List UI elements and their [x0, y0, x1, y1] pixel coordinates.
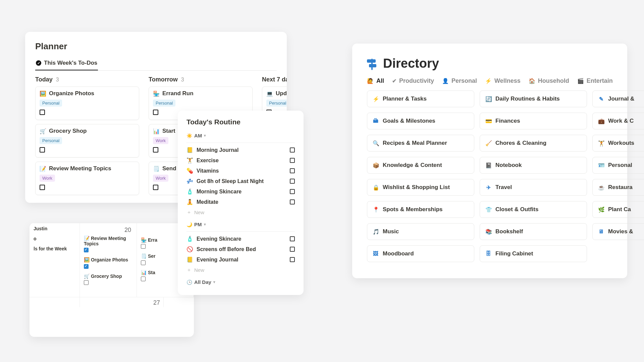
routine-group-pm[interactable]: 🌙 PM ▾: [186, 220, 295, 229]
directory-item[interactable]: ✈Travel: [480, 179, 587, 196]
sun-icon: ☀️: [186, 133, 192, 138]
task-checkbox[interactable]: [40, 185, 45, 190]
directory-item-icon: 🌿: [598, 206, 604, 213]
directory-item-icon: 🔍: [373, 140, 379, 146]
tab-icon: 👤: [442, 78, 449, 84]
directory-tab[interactable]: 🎬Entertainment: [577, 77, 612, 84]
task-checkbox[interactable]: [153, 147, 158, 153]
routine-checkbox[interactable]: [290, 147, 295, 153]
directory-item[interactable]: 📦Knowledge & Content: [367, 157, 474, 174]
routine-checkbox[interactable]: [290, 236, 295, 241]
event-checkbox[interactable]: [84, 248, 89, 252]
routine-emoji-icon: 💊: [186, 168, 193, 174]
routine-checkbox[interactable]: [290, 158, 295, 163]
tab-icon: 🎬: [577, 78, 584, 84]
routine-item[interactable]: 🧘Meditate: [186, 197, 295, 207]
task-checkbox[interactable]: [153, 185, 158, 190]
routine-item[interactable]: 📒Evening Journal: [186, 254, 295, 265]
event-checkbox[interactable]: [141, 260, 146, 265]
directory-tab[interactable]: 👤Personal: [442, 77, 477, 84]
calendar-event[interactable]: ls for the Week: [32, 245, 77, 253]
directory-tab[interactable]: ⚡Wellness: [485, 77, 521, 84]
new-item-am[interactable]: ＋New: [186, 207, 295, 218]
event-checkbox[interactable]: [141, 277, 146, 281]
calendar-event[interactable]: o: [32, 235, 77, 243]
tab-this-week[interactable]: ✓ This Week's To-Dos: [35, 58, 98, 70]
directory-item[interactable]: 📚Bookshelf: [480, 223, 587, 240]
directory-item[interactable]: 🧹Chores & Cleaning: [480, 135, 587, 152]
task-card[interactable]: 📝Review Meeting Topics Work: [35, 162, 139, 195]
task-checkbox[interactable]: [153, 110, 158, 115]
planner-tabbar: ✓ This Week's To-Dos: [35, 58, 277, 71]
calendar-cell[interactable]: Justinols for the Week: [30, 223, 80, 297]
directory-item[interactable]: 💳Finances: [480, 113, 587, 129]
calendar-event[interactable]: 🛒 Grocery Shop: [82, 272, 135, 286]
routine-checkbox[interactable]: [290, 179, 295, 184]
directory-item[interactable]: 🔒Wishlist & Shopping List: [367, 179, 474, 196]
directory-item[interactable]: ☕Restaura: [592, 179, 644, 196]
directory-item[interactable]: 🏔Goals & Milestones: [367, 113, 474, 129]
event-checkbox[interactable]: [84, 280, 89, 285]
routine-item[interactable]: 🚫Screens off Before Bed: [186, 244, 295, 254]
routine-item[interactable]: 📒Morning Journal: [186, 145, 295, 155]
planner-column: Today 3🖼️Organize Photos Personal 🛒Groce…: [35, 76, 139, 199]
directory-item[interactable]: 🪪Personal: [592, 157, 644, 174]
task-emoji-icon: 💻: [266, 90, 273, 97]
routine-emoji-icon: 📒: [186, 256, 193, 263]
column-name: Next 7 day: [262, 76, 287, 83]
directory-item[interactable]: 📓Notebook: [480, 157, 587, 174]
routine-checkbox[interactable]: [290, 257, 295, 262]
routine-group-am[interactable]: ☀️ AM ▾: [186, 131, 295, 140]
calendar-event[interactable]: Justin: [32, 225, 77, 233]
routine-checkbox[interactable]: [290, 168, 295, 173]
routine-item[interactable]: 💊Vitamins: [186, 166, 295, 176]
routine-item[interactable]: 🧴Evening Skincare: [186, 234, 295, 244]
directory-tab[interactable]: 🏠Household: [529, 77, 569, 84]
tab-icon: ⚡: [485, 78, 492, 84]
calendar-cell[interactable]: 27: [80, 297, 164, 307]
column-header: Today 3: [35, 76, 139, 83]
routine-item[interactable]: 🧴Morning Skincare: [186, 186, 295, 197]
directory-item[interactable]: 🗄Filing Cabinet: [480, 245, 587, 262]
calendar-event[interactable]: 📝 Review Meeting Topics: [82, 234, 135, 254]
new-item-pm[interactable]: ＋New: [186, 265, 295, 275]
event-emoji-icon: 🗒️: [141, 253, 147, 259]
task-title: 💻Updat: [266, 90, 287, 97]
task-emoji-icon: 📊: [153, 128, 160, 134]
directory-item[interactable]: ⚡Planner & Tasks: [367, 90, 474, 107]
directory-item[interactable]: 🔍Recipes & Meal Planner: [367, 135, 474, 152]
routine-item[interactable]: 🏋️Exercise: [186, 155, 295, 166]
directory-item[interactable]: 💼Work & C: [592, 113, 644, 129]
directory-item[interactable]: 🖥Movies &: [592, 223, 644, 240]
calendar-cell[interactable]: 28: [164, 297, 194, 307]
directory-item-icon: 🖥: [598, 229, 604, 235]
directory-item[interactable]: 🖼Moodboard: [367, 245, 474, 262]
task-checkbox[interactable]: [40, 147, 45, 153]
routine-item[interactable]: 💤Got 8h of Sleep Last Night: [186, 176, 295, 186]
calendar-event[interactable]: 🖼️ Organize Photos: [82, 256, 135, 270]
directory-item-label: Spots & Memberships: [383, 206, 443, 213]
directory-item-label: Restaura: [608, 184, 633, 191]
directory-item[interactable]: 👕Closet & Outfits: [480, 201, 587, 218]
directory-item[interactable]: 🏋Workouts: [592, 135, 644, 152]
directory-tab[interactable]: ✔Productivity: [392, 77, 434, 84]
task-card[interactable]: 🖼️Organize Photos Personal: [35, 86, 139, 120]
directory-tab[interactable]: 🙋All: [367, 77, 384, 84]
column-header: Tomorrow 3: [149, 76, 253, 83]
directory-item[interactable]: 🌿Plant Ca: [592, 201, 644, 218]
directory-item-icon: 📚: [485, 229, 491, 235]
routine-checkbox[interactable]: [290, 199, 295, 204]
task-checkbox[interactable]: [40, 110, 45, 115]
task-card[interactable]: 🛒Grocery Shop Personal: [35, 124, 139, 158]
directory-item[interactable]: 🎵Music: [367, 223, 474, 240]
routine-checkbox[interactable]: [290, 247, 295, 252]
routine-checkbox[interactable]: [290, 189, 295, 194]
calendar-cell[interactable]: 20 📝 Review Meeting Topics🖼️ Organize Ph…: [80, 223, 137, 297]
directory-item[interactable]: 🔄Daily Routines & Habits: [480, 90, 587, 107]
directory-item[interactable]: 📍Spots & Memberships: [367, 201, 474, 218]
calendar-cell[interactable]: [30, 297, 80, 307]
event-checkbox[interactable]: [84, 264, 89, 269]
directory-item[interactable]: ✎Journal &: [592, 90, 644, 107]
event-checkbox[interactable]: [141, 244, 146, 249]
routine-group-allday[interactable]: 🕒 All Day ▾: [186, 277, 295, 287]
